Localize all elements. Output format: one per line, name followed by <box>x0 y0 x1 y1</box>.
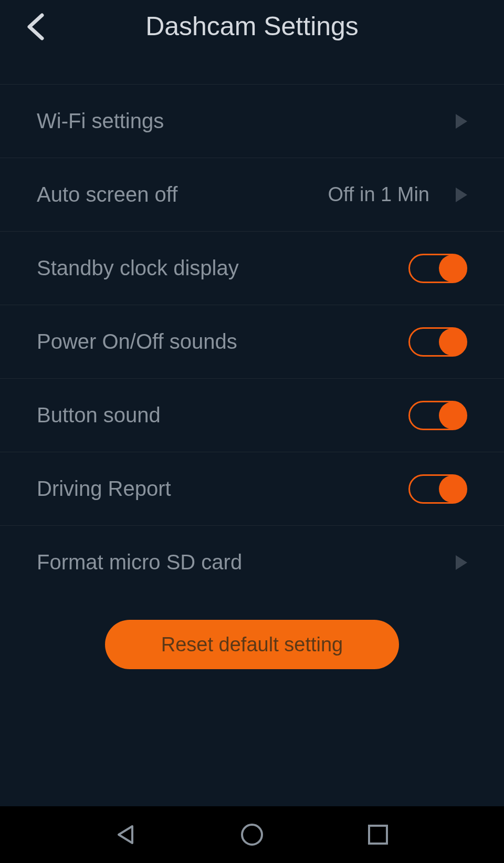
spacer <box>0 685 504 806</box>
square-recents-icon <box>367 824 389 846</box>
nav-home-button[interactable] <box>236 819 268 850</box>
chevron-right-icon <box>456 555 467 570</box>
reset-button-container: Reset default setting <box>0 599 504 685</box>
setting-button-sound[interactable]: Button sound <box>0 378 504 452</box>
svg-point-0 <box>242 825 262 845</box>
toggle-knob <box>439 475 466 503</box>
setting-label: Driving Report <box>37 477 408 501</box>
setting-power-sounds[interactable]: Power On/Off sounds <box>0 305 504 378</box>
setting-wifi[interactable]: Wi-Fi settings <box>0 84 504 158</box>
setting-label: Standby clock display <box>37 256 408 280</box>
setting-driving-report[interactable]: Driving Report <box>0 452 504 525</box>
reset-button-label: Reset default setting <box>161 633 343 656</box>
setting-format-sd[interactable]: Format micro SD card <box>0 525 504 599</box>
back-button[interactable] <box>25 13 46 43</box>
toggle-standby-clock[interactable] <box>408 254 467 283</box>
chevron-right-icon <box>456 188 467 202</box>
setting-value: Off in 1 Min <box>328 183 429 206</box>
toggle-button-sound[interactable] <box>408 401 467 430</box>
nav-back-button[interactable] <box>110 819 142 850</box>
setting-label: Auto screen off <box>37 183 328 206</box>
chevron-right-icon <box>456 114 467 129</box>
header: Dashcam Settings <box>0 0 504 84</box>
nav-recents-button[interactable] <box>362 819 394 850</box>
toggle-knob <box>439 402 466 429</box>
setting-standby-clock[interactable]: Standby clock display <box>0 231 504 305</box>
page-title: Dashcam Settings <box>21 11 483 41</box>
reset-button[interactable]: Reset default setting <box>105 620 399 669</box>
svg-rect-1 <box>369 826 387 844</box>
android-nav-bar <box>0 806 504 863</box>
toggle-power-sounds[interactable] <box>408 327 467 357</box>
setting-label: Format micro SD card <box>37 550 456 574</box>
toggle-driving-report[interactable] <box>408 474 467 504</box>
triangle-back-icon <box>114 823 138 846</box>
setting-label: Wi-Fi settings <box>37 109 456 133</box>
toggle-knob <box>439 255 466 282</box>
setting-label: Button sound <box>37 403 408 427</box>
setting-label: Power On/Off sounds <box>37 330 408 353</box>
toggle-knob <box>439 328 466 356</box>
settings-list: Wi-Fi settings Auto screen off Off in 1 … <box>0 84 504 599</box>
chevron-left-icon <box>25 13 46 40</box>
circle-home-icon <box>240 823 264 847</box>
setting-auto-screen-off[interactable]: Auto screen off Off in 1 Min <box>0 158 504 231</box>
